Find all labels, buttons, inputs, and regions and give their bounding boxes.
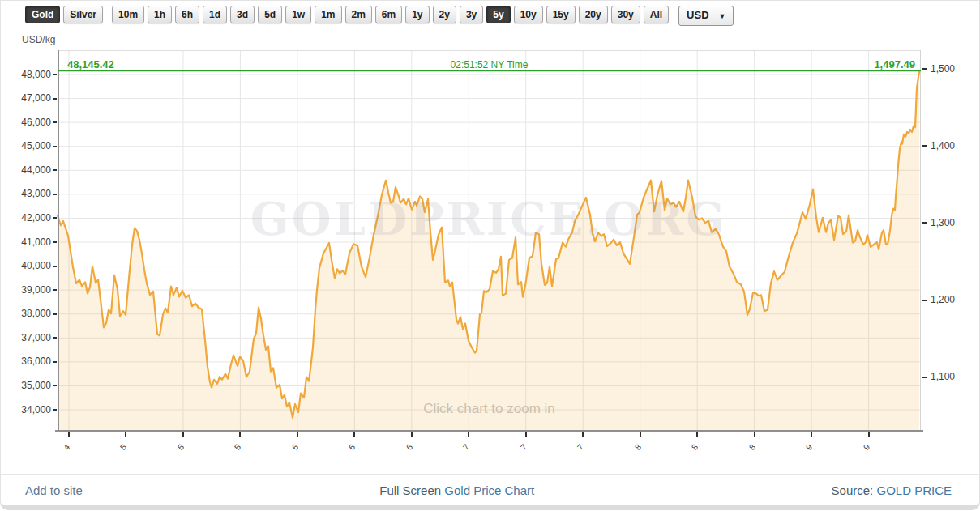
x-axis-tick xyxy=(696,432,698,437)
currency-select[interactable]: USD▼ xyxy=(678,6,734,26)
x-axis-label: 9 xyxy=(861,442,871,452)
y-axis-label-right: 1,100 xyxy=(931,371,955,383)
x-axis-tick xyxy=(811,432,812,437)
range-button-15y[interactable]: 15y xyxy=(546,6,576,23)
x-axis-tick xyxy=(525,432,527,437)
y-axis-tick-left xyxy=(53,337,57,339)
range-button-1h[interactable]: 1h xyxy=(148,6,172,23)
y-axis-tick-right xyxy=(922,222,927,224)
range-button-3y[interactable]: 3y xyxy=(460,6,483,23)
range-button-30y[interactable]: 30y xyxy=(611,6,640,23)
x-axis-tick xyxy=(68,432,70,437)
range-button-20y[interactable]: 20y xyxy=(579,6,608,23)
source-label: Source: xyxy=(832,483,874,497)
x-axis-label: 5 xyxy=(233,442,243,452)
gold-price-chart-link[interactable]: Gold Price Chart xyxy=(444,483,534,497)
y-axis-label-right: 1,400 xyxy=(931,140,955,152)
x-axis-label: 5 xyxy=(175,442,186,452)
x-axis-tick xyxy=(411,432,413,437)
y-axis-label-left: 48,000 xyxy=(2,69,51,81)
range-button-10y[interactable]: 10y xyxy=(514,6,543,23)
x-axis-label: 6 xyxy=(404,442,414,452)
x-axis-label: 6 xyxy=(347,442,357,452)
y-axis-tick-left xyxy=(53,409,57,411)
y-axis-label-left: 44,000 xyxy=(2,164,51,177)
x-axis-label: 6 xyxy=(289,442,300,452)
y-axis-tick-left xyxy=(53,266,57,267)
y-axis-tick-right xyxy=(922,377,927,378)
y-axis-label-left: 37,000 xyxy=(2,332,51,344)
y-axis-label-left: 34,000 xyxy=(2,404,51,416)
range-button-all[interactable]: All xyxy=(644,6,669,23)
range-button-5y[interactable]: 5y xyxy=(486,6,510,23)
chevron-down-icon: ▼ xyxy=(719,12,726,20)
x-axis-label: 8 xyxy=(747,442,757,452)
y-axis-label-left: 46,000 xyxy=(2,117,51,129)
full-screen-label[interactable]: Full Screen xyxy=(379,483,441,497)
footer-center: Full Screen Gold Price Chart xyxy=(83,483,832,497)
x-axis-label: 7 xyxy=(461,442,472,452)
x-axis-label: 9 xyxy=(804,442,815,452)
y-axis-label-left: 36,000 xyxy=(2,356,51,368)
source-area: Source: GOLD PRICE xyxy=(832,483,952,497)
x-axis-tick xyxy=(640,432,641,437)
y-axis-tick-left xyxy=(53,313,57,315)
price-line-chart[interactable] xyxy=(58,50,921,432)
range-button-10m[interactable]: 10m xyxy=(112,6,144,23)
y-axis-label-right: 1,200 xyxy=(931,294,955,306)
currency-value: USD xyxy=(687,9,708,21)
add-to-site-link[interactable]: Add to site xyxy=(25,483,83,497)
y-axis-label-left: 42,000 xyxy=(2,212,51,224)
range-button-1m[interactable]: 1m xyxy=(315,6,341,23)
range-button-2y[interactable]: 2y xyxy=(433,6,456,23)
chart-toolbar: GoldSilver10m1h6h1d3d5d1w1m2m6m1y2y3y5y1… xyxy=(1,1,979,30)
y-axis-label-left: 43,000 xyxy=(2,188,51,200)
chart-footer: Add to site Full Screen Gold Price Chart… xyxy=(1,474,979,505)
x-axis-tick xyxy=(297,432,298,437)
y-axis-tick-left xyxy=(53,121,57,123)
x-axis-tick xyxy=(868,432,870,437)
y-axis-label-left: 40,000 xyxy=(2,260,51,272)
y-axis-tick-right xyxy=(922,300,927,301)
x-axis-tick xyxy=(125,432,126,437)
y-axis-tick-right xyxy=(922,145,927,147)
y-axis-label-left: 45,000 xyxy=(2,140,51,152)
x-axis-tick xyxy=(182,432,184,437)
x-axis-label: 8 xyxy=(690,442,700,452)
x-axis-tick xyxy=(754,432,755,437)
y-axis-tick-left xyxy=(53,194,57,195)
y-axis-tick-left xyxy=(53,385,57,386)
metal-button-gold[interactable]: Gold xyxy=(25,6,60,23)
range-button-6m[interactable]: 6m xyxy=(375,6,402,23)
x-axis-tick xyxy=(239,432,241,437)
y-axis-label-right: 1,500 xyxy=(931,63,955,75)
y-axis-tick-left xyxy=(53,217,57,219)
y-axis-label-left: 35,000 xyxy=(2,380,51,392)
current-price-oz-label: 1,497.49 xyxy=(753,58,915,70)
x-axis-label: 7 xyxy=(518,442,529,452)
y-axis-tick-left xyxy=(53,361,57,363)
range-button-6h[interactable]: 6h xyxy=(175,6,199,23)
y-axis-label-left: 39,000 xyxy=(2,284,51,296)
y-axis-label-left: 47,000 xyxy=(2,92,51,104)
range-button-1w[interactable]: 1w xyxy=(285,6,311,23)
x-axis-tick xyxy=(582,432,584,437)
y-axis-tick-left xyxy=(53,98,57,100)
y-axis-label-left: 38,000 xyxy=(2,308,51,320)
range-button-3d[interactable]: 3d xyxy=(230,6,255,23)
range-button-2m[interactable]: 2m xyxy=(345,6,372,23)
x-axis-tick xyxy=(353,432,355,437)
y-axis-label-right: 1,300 xyxy=(931,217,955,229)
gold-price-widget: GoldSilver10m1h6h1d3d5d1w1m2m6m1y2y3y5y1… xyxy=(0,0,980,510)
range-button-1y[interactable]: 1y xyxy=(405,6,429,23)
source-goldprice-link[interactable]: GOLD PRICE xyxy=(876,483,952,497)
range-button-1d[interactable]: 1d xyxy=(203,6,227,23)
x-axis-label: 8 xyxy=(632,442,643,452)
metal-button-silver[interactable]: Silver xyxy=(63,6,103,23)
y-axis-tick-left xyxy=(53,146,57,147)
x-axis-label: 4 xyxy=(61,442,71,452)
x-axis-label: 5 xyxy=(118,442,129,452)
y-axis-tick-right xyxy=(922,68,927,70)
chart-area: USD/kg 48,145.42 02:51:52 NY Time 1,497.… xyxy=(1,30,979,474)
range-button-5d[interactable]: 5d xyxy=(258,6,282,23)
